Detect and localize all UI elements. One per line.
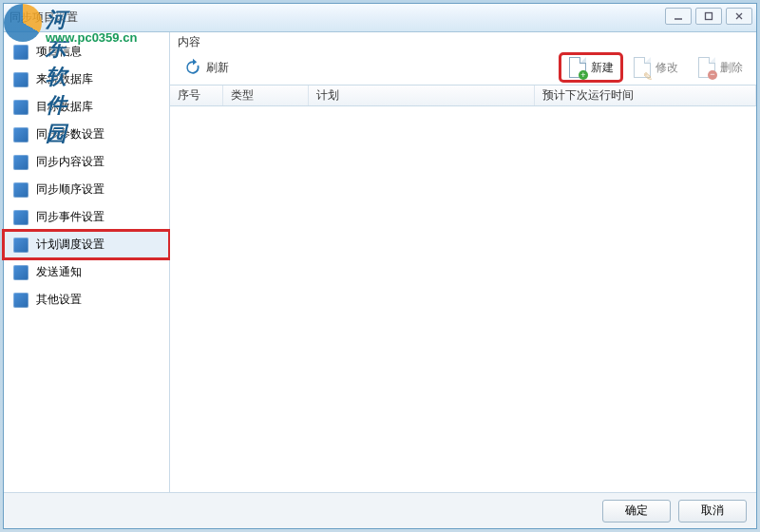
sidebar-item-label: 项目信息 [36,44,82,60]
sidebar-item-other[interactable]: 其他设置 [4,286,169,314]
column-next-run[interactable]: 预计下次运行时间 [535,86,756,105]
sidebar-item-label: 同步事件设置 [36,209,104,225]
delete-label: 删除 [720,60,743,76]
ok-label: 确定 [625,503,648,519]
square-icon [13,238,28,253]
sidebar-item-label: 同步内容设置 [36,154,104,170]
edit-label: 修改 [656,60,678,76]
table-header: 序号 类型 计划 预计下次运行时间 [170,86,756,106]
edit-button[interactable]: ✎ 修改 [625,54,686,81]
square-icon [13,182,28,198]
square-icon [13,100,28,115]
square-icon [13,265,28,280]
content-area: 项目信息 来源数据库 目标数据库 同步参数设置 同步内容设置 同步顺序设置 [4,32,756,492]
new-file-icon: + [568,58,587,77]
close-button[interactable] [726,8,752,25]
panel-header: 内容 [170,32,756,50]
settings-dialog: 同步项目设置 项目信息 来源数据库 目标数据 [3,3,757,529]
new-label: 新建 [591,60,614,76]
svg-rect-1 [706,13,712,20]
square-icon [13,293,28,308]
toolbar: 刷新 + 新建 ✎ 修改 − [170,50,756,86]
close-icon [734,11,744,21]
sidebar-item-sync-events[interactable]: 同步事件设置 [4,203,169,231]
sidebar-item-target-db[interactable]: 目标数据库 [4,93,169,121]
maximize-icon [704,11,713,21]
minimize-button[interactable] [665,8,692,25]
square-icon [13,127,28,142]
sidebar-item-sync-order[interactable]: 同步顺序设置 [4,176,169,203]
sidebar-item-sync-content[interactable]: 同步内容设置 [4,148,169,176]
sidebar-item-label: 同步顺序设置 [36,181,104,198]
main-panel: 内容 刷新 + 新建 ✎ [170,32,756,492]
sidebar-item-label: 目标数据库 [36,99,93,115]
sidebar: 项目信息 来源数据库 目标数据库 同步参数设置 同步内容设置 同步顺序设置 [4,32,170,492]
refresh-icon [183,58,202,77]
sidebar-item-label: 发送通知 [36,264,82,280]
delete-file-icon: − [697,58,716,77]
square-icon [13,45,28,60]
refresh-button[interactable]: 刷新 [176,54,237,81]
square-icon [13,72,28,87]
sidebar-item-sync-params[interactable]: 同步参数设置 [4,121,169,148]
table-body[interactable] [170,106,756,492]
refresh-label: 刷新 [206,60,229,76]
sidebar-item-schedule[interactable]: 计划调度设置 [4,231,169,258]
sidebar-item-label: 来源数据库 [36,71,93,87]
sidebar-item-label: 计划调度设置 [36,237,104,253]
sidebar-item-label: 同步参数设置 [36,126,104,142]
minimize-icon [674,11,683,21]
dialog-footer: 确定 取消 [4,492,756,528]
square-icon [13,210,28,225]
sidebar-item-project-info[interactable]: 项目信息 [4,38,169,66]
column-seq[interactable]: 序号 [170,86,223,105]
new-button[interactable]: + 新建 [560,54,621,81]
delete-button[interactable]: − 删除 [690,54,750,81]
sidebar-item-source-db[interactable]: 来源数据库 [4,66,169,93]
cancel-button[interactable]: 取消 [678,500,747,522]
sidebar-item-label: 其他设置 [36,292,82,308]
ok-button[interactable]: 确定 [602,500,671,522]
column-type[interactable]: 类型 [223,86,309,105]
window-controls [665,8,752,25]
sidebar-item-notifications[interactable]: 发送通知 [4,258,169,286]
titlebar[interactable]: 同步项目设置 [4,4,756,32]
edit-file-icon: ✎ [633,58,652,77]
cancel-label: 取消 [701,503,724,519]
square-icon [13,155,28,170]
window-title: 同步项目设置 [10,10,78,26]
column-plan[interactable]: 计划 [309,86,535,105]
maximize-button[interactable] [695,8,722,25]
